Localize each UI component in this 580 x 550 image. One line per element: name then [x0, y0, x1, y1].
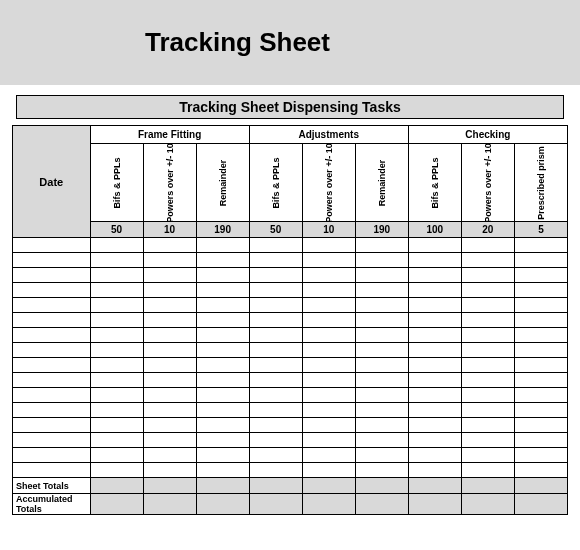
header-band: Tracking Sheet [0, 0, 580, 85]
target-cell: 190 [196, 222, 249, 238]
task-header: Powers over +/- 10 [461, 144, 514, 222]
target-cell: 100 [408, 222, 461, 238]
table-row [13, 328, 568, 343]
sheet-totals-row: Sheet Totals [13, 478, 568, 494]
table-row [13, 253, 568, 268]
table-row [13, 283, 568, 298]
accumulated-totals-label: Accumulated Totals [13, 494, 91, 515]
table-row [13, 268, 568, 283]
target-cell: 20 [461, 222, 514, 238]
table-row [13, 238, 568, 253]
target-row: 50 10 190 50 10 190 100 20 5 [13, 222, 568, 238]
table-row [13, 448, 568, 463]
sheet-area: Tracking Sheet Dispensing Tasks Date Fra… [0, 85, 580, 515]
table-row [13, 418, 568, 433]
group-header: Adjustments [249, 126, 408, 144]
date-header: Date [13, 126, 91, 238]
table-row [13, 433, 568, 448]
table-row [13, 313, 568, 328]
table-row [13, 358, 568, 373]
accumulated-totals-row: Accumulated Totals [13, 494, 568, 515]
target-cell: 5 [514, 222, 567, 238]
task-header: Powers over +/- 10 [302, 144, 355, 222]
subtitle-bar: Tracking Sheet Dispensing Tasks [16, 95, 564, 119]
task-header: Powers over +/- 10 [143, 144, 196, 222]
group-header: Frame Fitting [90, 126, 249, 144]
task-label-row: Bifs & PPLs Powers over +/- 10 Remainder… [13, 144, 568, 222]
target-cell: 50 [90, 222, 143, 238]
target-cell: 190 [355, 222, 408, 238]
group-header: Checking [408, 126, 567, 144]
tracking-table: Date Frame Fitting Adjustments Checking … [12, 125, 568, 515]
table-row [13, 343, 568, 358]
group-header-row: Date Frame Fitting Adjustments Checking [13, 126, 568, 144]
task-header: Bifs & PPLs [249, 144, 302, 222]
task-header: Bifs & PPLs [90, 144, 143, 222]
table-row [13, 463, 568, 478]
table-row [13, 298, 568, 313]
target-cell: 10 [302, 222, 355, 238]
sheet-totals-label: Sheet Totals [13, 478, 91, 494]
task-header: Remainder [355, 144, 408, 222]
table-row [13, 403, 568, 418]
task-header: Prescribed prism [514, 144, 567, 222]
task-header: Bifs & PPLs [408, 144, 461, 222]
target-cell: 50 [249, 222, 302, 238]
table-row [13, 373, 568, 388]
task-header: Remainder [196, 144, 249, 222]
target-cell: 10 [143, 222, 196, 238]
page-title: Tracking Sheet [145, 27, 330, 58]
table-row [13, 388, 568, 403]
